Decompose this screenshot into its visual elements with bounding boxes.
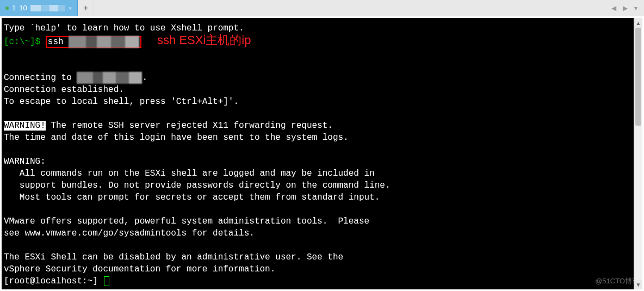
line-time-sent: The time and date of this login have bee… <box>4 133 349 143</box>
scroll-up-button[interactable]: ▲ <box>634 18 642 28</box>
terminal-container: Type `help' to learn how to use Xshell p… <box>0 16 644 291</box>
offer-line-1: VMware offers supported, powerful system… <box>4 216 369 226</box>
plus-icon: + <box>83 3 88 13</box>
warning-line-3: Most tools can prompt for secrets or acc… <box>4 193 380 202</box>
warning-line-1: All commands run on the ESXi shell are l… <box>4 169 375 178</box>
ssh-command-highlight: ssh x <box>46 36 141 48</box>
warning-header: WARNING: <box>4 157 46 166</box>
app-window: 1 10 × + ◀ ▶ ▾ Type `help' to learn how … <box>0 0 644 291</box>
cursor-icon <box>104 276 109 286</box>
tab-menu-button[interactable]: ▾ <box>632 3 640 13</box>
root-prompt: [root@localhost:~] <box>4 276 103 286</box>
tab-index: 1 <box>12 4 16 12</box>
line-x11: The remote SSH server rejected X11 forwa… <box>46 121 333 131</box>
warning-line-2: support bundles. Do not provide password… <box>4 181 391 190</box>
tab-nav: ◀ ▶ ▾ <box>609 0 644 16</box>
connecting-dots: . <box>142 73 147 83</box>
line-connecting: Connecting to <box>4 73 77 83</box>
tab-prev-button[interactable]: ◀ <box>609 3 618 13</box>
line-escape: To escape to local shell, press 'Ctrl+Al… <box>4 97 239 107</box>
terminal[interactable]: Type `help' to learn how to use Xshell p… <box>2 18 642 289</box>
status-dot-icon <box>5 7 9 10</box>
ssh-target-redacted: x <box>69 36 139 48</box>
line-help: Type `help' to learn how to use Xshell p… <box>4 23 244 33</box>
tab-label-prefix: 10 <box>19 4 27 12</box>
offer-line-2: see www.vmware.com/go/sysadmintools for … <box>4 228 255 238</box>
close-icon[interactable]: × <box>69 5 72 11</box>
scroll-thumb[interactable] <box>635 28 641 126</box>
disable-line-2: vSphere Security documentation for more … <box>4 264 275 274</box>
scrollbar[interactable]: ▲ ▼ <box>634 18 642 289</box>
scroll-down-button[interactable]: ▼ <box>634 280 642 289</box>
connect-host-redacted: x <box>77 72 142 84</box>
new-tab-button[interactable]: + <box>78 0 94 16</box>
ssh-cmd: ssh <box>48 37 69 47</box>
session-tab[interactable]: 1 10 × <box>0 0 78 16</box>
annotation-text: ssh ESXi主机的ip <box>157 33 251 47</box>
warning-badge: WARNING! <box>4 121 46 131</box>
line-established: Connection established. <box>4 85 124 95</box>
watermark: @51CTO博客 <box>595 275 639 287</box>
disable-line-1: The ESXi Shell can be disabled by an adm… <box>4 252 343 262</box>
tab-label-redacted <box>30 5 65 11</box>
tab-next-button[interactable]: ▶ <box>621 3 630 13</box>
tab-bar: 1 10 × + ◀ ▶ ▾ <box>0 0 644 16</box>
local-prompt: [c:\~]$ <box>4 37 46 47</box>
